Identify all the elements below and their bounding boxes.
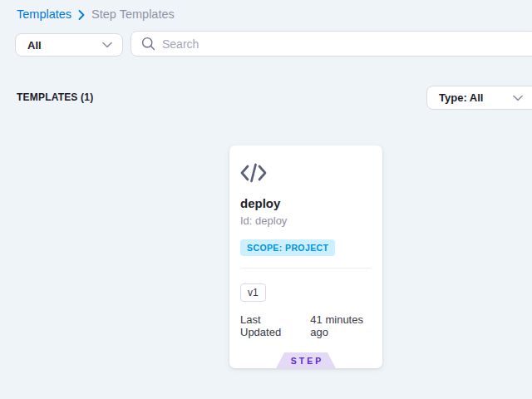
template-type-badge: STEP bbox=[276, 352, 336, 368]
template-id: Id: deploy bbox=[240, 214, 287, 227]
card-divider bbox=[241, 268, 371, 268]
scope-filter-dropdown[interactable]: All bbox=[15, 33, 123, 57]
scope-filter-value: All bbox=[27, 39, 42, 52]
search-icon bbox=[141, 37, 155, 51]
breadcrumb-current: Step Templates bbox=[91, 7, 175, 21]
chevron-right-icon bbox=[78, 10, 85, 20]
type-filter-value: Type: All bbox=[439, 91, 483, 104]
chevron-down-icon bbox=[102, 42, 112, 48]
breadcrumb-link-templates[interactable]: Templates bbox=[17, 7, 71, 21]
template-card[interactable]: deploy Id: deploy SCOPE: PROJECT v1 Last… bbox=[229, 145, 382, 368]
last-updated-value: 41 minutes ago bbox=[310, 313, 382, 338]
scope-badge: SCOPE: PROJECT bbox=[240, 239, 335, 256]
chevron-down-icon bbox=[513, 95, 523, 101]
breadcrumb: Templates Step Templates bbox=[17, 7, 175, 21]
search-input[interactable] bbox=[162, 37, 528, 51]
type-filter-dropdown[interactable]: Type: All bbox=[426, 86, 532, 110]
version-tag[interactable]: v1 bbox=[240, 283, 266, 302]
search-box[interactable] bbox=[131, 31, 532, 57]
last-updated-label: Last Updated bbox=[240, 313, 303, 338]
template-title: deploy bbox=[240, 196, 280, 210]
code-icon bbox=[239, 161, 268, 185]
last-updated-row: Last Updated 41 minutes ago bbox=[240, 313, 382, 338]
templates-count-label: TEMPLATES (1) bbox=[17, 91, 93, 103]
step-templates-page: Templates Step Templates All TEMPLATES (… bbox=[0, 0, 532, 399]
